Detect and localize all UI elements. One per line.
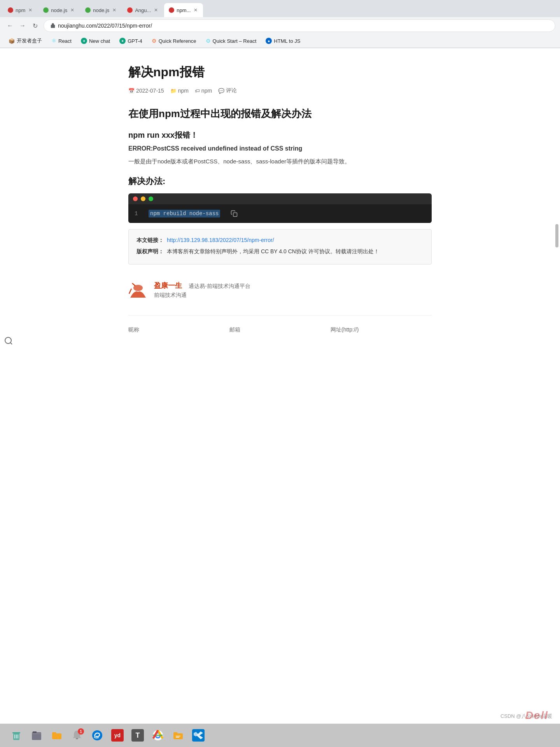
author-desc: 前端技术沟通 (154, 292, 250, 299)
comment-text: 评论 (226, 87, 237, 94)
bookmark-devbox[interactable]: 📦 开发者盒子 (5, 36, 46, 46)
article-title: 解决npm报错 (128, 64, 432, 81)
taskbar-edge[interactable] (89, 727, 106, 744)
svg-line-5 (132, 283, 135, 286)
bookmark-quickstart-icon: ⚙ (206, 38, 211, 44)
info-row-link: 本文链接： http://139.129.98.183/2022/07/15/n… (136, 236, 424, 244)
tab-label-nodejs1: node.js (51, 7, 67, 13)
dell-logo: Dell (525, 709, 548, 722)
bookmark-react[interactable]: ⚛ React (47, 36, 75, 46)
address-bar[interactable]: noujianghu.com/2022/07/15/npm-error/ (44, 19, 555, 32)
author-section: 盈康一生 通达易-前端技术沟通平台 前端技术沟通 (128, 274, 432, 306)
category-text: npm (178, 88, 189, 94)
taskbar-file-explorer[interactable] (170, 727, 187, 744)
notification-badge: 1 (78, 728, 84, 735)
tab-close-nodejs2[interactable]: ✕ (112, 7, 117, 14)
date-icon: 📅 (128, 88, 135, 94)
tag-text: npm (201, 88, 212, 94)
bookmark-htmltojs-icon: ● (266, 38, 272, 44)
dot-green (149, 196, 153, 201)
comment-icon: 💬 (218, 88, 224, 94)
tab-favicon-npm (8, 7, 13, 13)
tag-icon: 🏷 (195, 88, 200, 94)
bookmark-quickref[interactable]: ⚙ Quick Reference (148, 36, 200, 46)
section-heading: 在使用npm过程中出现的报错及解决办法 (128, 107, 432, 121)
line-number: 1 (135, 210, 142, 217)
taskbar-yd-app[interactable]: yd (109, 727, 126, 744)
bookmark-gpt4-icon: ✦ (119, 38, 126, 44)
description-text: 一般是由于node版本或者PostCSS、node-sass、sass-load… (128, 157, 432, 166)
taskbar-file-manager[interactable] (28, 727, 45, 744)
code-block-body: 1 npm rebuild node-sass (128, 204, 432, 223)
error-message: ERROR:PostCSS received undefined instead… (128, 145, 432, 152)
tab-active[interactable]: npm... ✕ (164, 3, 203, 17)
svg-rect-13 (76, 738, 78, 739)
bookmark-newchat-icon: ✦ (81, 38, 87, 44)
code-block: 1 npm rebuild node-sass (128, 193, 432, 223)
bookmark-gpt4[interactable]: ✦ GPT-4 (116, 36, 146, 46)
info-box: 本文链接： http://139.129.98.183/2022/07/15/n… (128, 229, 432, 265)
bookmark-quickstart-react[interactable]: ⚙ Quick Start – React (202, 36, 261, 46)
back-button[interactable]: ← (5, 20, 16, 31)
tab-label-npm: npm (16, 7, 25, 13)
svg-rect-7 (12, 732, 20, 733)
taskbar-folder[interactable] (48, 727, 65, 744)
form-field-email: 邮箱 (229, 323, 331, 337)
tab-close-npm[interactable]: ✕ (28, 7, 33, 14)
author-logo (128, 280, 148, 300)
bookmark-htmltojs[interactable]: ● HTML to JS (262, 36, 304, 46)
tab-favicon-active (169, 7, 174, 13)
info-copyright-label: 版权声明： (136, 247, 164, 256)
address-text: noujianghu.com/2022/07/15/npm-error/ (58, 23, 152, 29)
bookmark-quickref-icon: ⚙ (152, 38, 157, 44)
bookmark-htmltojs-label: HTML to JS (274, 38, 300, 44)
dot-orange (141, 196, 145, 201)
tab-angular[interactable]: Angu... ✕ (122, 3, 163, 17)
info-row-copyright: 版权声明： 本博客所有文章除特别声明外，均采用 CC BY 4.0 CN协议 许… (136, 247, 424, 256)
svg-line-1 (10, 343, 12, 344)
bookmark-react-icon: ⚛ (51, 37, 56, 44)
tab-npm[interactable]: npm ✕ (3, 3, 38, 17)
author-name-text: 盈康一生 (154, 282, 182, 289)
article-meta: 📅 2022-07-15 📁 npm 🏷 npm 💬 评论 (128, 87, 432, 94)
bookmarks-bar: 📦 开发者盒子 ⚛ React ✦ New chat ✦ GPT-4 ⚙ Qui… (0, 34, 560, 48)
tab-nodejs1[interactable]: node.js ✕ (38, 3, 80, 17)
info-copyright-text: 本博客所有文章除特别声明外，均采用 CC BY 4.0 CN协议 许可协议。转载… (167, 247, 379, 256)
page-content: 解决npm报错 📅 2022-07-15 📁 npm 🏷 npm 💬 评论 在使… (105, 48, 455, 360)
meta-date: 📅 2022-07-15 (128, 88, 164, 94)
tab-close-angular[interactable]: ✕ (153, 7, 159, 14)
taskbar-text-editor[interactable]: T (129, 727, 146, 744)
sidebar-search-icon[interactable] (4, 336, 13, 345)
category-icon: 📁 (170, 88, 177, 94)
taskbar-vscode[interactable] (190, 727, 207, 744)
reload-button[interactable]: ↻ (30, 20, 40, 31)
bookmark-newchat[interactable]: ✦ New chat (77, 36, 114, 46)
address-bar-row: ← → ↻ noujianghu.com/2022/07/15/npm-erro… (0, 17, 560, 34)
bookmark-newchat-label: New chat (89, 38, 110, 44)
meta-category: 📁 npm (170, 88, 189, 94)
author-info: 盈康一生 通达易-前端技术沟通平台 前端技术沟通 (154, 281, 250, 299)
tab-label-angular: Angu... (135, 7, 151, 13)
forward-button[interactable]: → (17, 20, 28, 31)
taskbar-recycle-bin[interactable] (8, 727, 25, 744)
tab-favicon-nodejs1 (43, 7, 49, 13)
taskbar: 1 yd T (0, 724, 560, 747)
tab-close-nodejs1[interactable]: ✕ (70, 7, 75, 14)
scroll-indicator[interactable] (555, 224, 558, 247)
copy-button[interactable] (229, 209, 239, 218)
taskbar-chrome[interactable] (149, 727, 166, 744)
code-selected[interactable]: npm rebuild node-sass (149, 210, 220, 217)
svg-point-14 (92, 730, 102, 740)
browser-chrome: npm ✕ node.js ✕ node.js ✕ Angu... ✕ npm.… (0, 0, 560, 48)
dot-red (133, 196, 138, 201)
info-link-url[interactable]: http://139.129.98.183/2022/07/15/npm-err… (167, 236, 274, 244)
solution-heading: 解决办法: (128, 175, 432, 187)
form-fields-row: 昵称 邮箱 网址(http://) (128, 323, 432, 337)
meta-tag: 🏷 npm (195, 88, 212, 94)
code-text: npm rebuild node-sass (149, 210, 220, 217)
author-name: 盈康一生 通达易-前端技术沟通平台 (154, 281, 250, 290)
taskbar-notifications[interactable]: 1 (68, 727, 86, 744)
tab-favicon-angular (127, 7, 133, 13)
tab-close-active[interactable]: ✕ (193, 7, 198, 14)
tab-nodejs2[interactable]: node.js ✕ (80, 3, 122, 17)
